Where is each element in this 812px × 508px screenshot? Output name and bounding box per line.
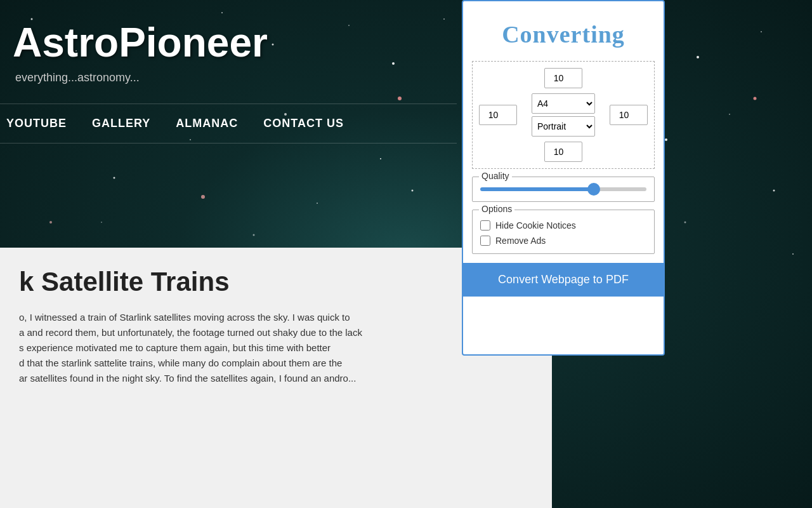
nav-item-contact[interactable]: CONTACT US xyxy=(263,117,344,130)
margin-middle-row: A4 A3 Letter Legal Portrait Landscape xyxy=(479,93,648,137)
svg-point-29 xyxy=(792,253,794,255)
nav-item-gallery[interactable]: GALLERY xyxy=(92,117,150,130)
svg-point-10 xyxy=(697,56,699,58)
svg-point-19 xyxy=(665,138,667,141)
article-title: k Satellite Trains xyxy=(19,267,533,297)
convert-button[interactable]: Convert Webpage to PDF xyxy=(463,263,664,297)
page-size-select[interactable]: A4 A3 Letter Legal xyxy=(532,93,595,114)
margin-bottom-input[interactable] xyxy=(544,142,582,162)
margin-bottom-row xyxy=(479,142,648,162)
options-label: Options xyxy=(479,204,514,214)
main-nav: YOUTUBE GALLERY ALMANAC CONTACT US xyxy=(0,104,457,144)
quality-slider[interactable] xyxy=(480,187,646,191)
margin-controls: A4 A3 Letter Legal Portrait Landscape xyxy=(472,61,655,169)
margin-left-input[interactable] xyxy=(479,105,517,125)
margin-top-row xyxy=(479,68,648,88)
svg-point-11 xyxy=(761,31,762,32)
page-select-group: A4 A3 Letter Legal Portrait Landscape xyxy=(532,93,595,137)
remove-ads-label[interactable]: Remove Ads xyxy=(495,236,546,246)
article-text: o, I witnessed a train of Starlink satel… xyxy=(19,310,533,386)
remove-ads-option: Remove Ads xyxy=(480,236,646,246)
site-subtitle: everything...astronomy... xyxy=(13,71,444,84)
site-title: AstroPioneer xyxy=(13,19,444,66)
hide-cookie-label[interactable]: Hide Cookie Notices xyxy=(495,220,576,231)
remove-ads-checkbox[interactable] xyxy=(480,236,490,246)
site-header: AstroPioneer everything...astronomy... xyxy=(0,0,457,97)
nav-item-almanac[interactable]: ALMANAC xyxy=(176,117,238,130)
svg-point-21 xyxy=(773,190,775,192)
svg-point-20 xyxy=(729,114,730,115)
panel-title: Converting xyxy=(463,1,664,61)
orientation-select[interactable]: Portrait Landscape xyxy=(532,116,595,137)
conversion-panel: Converting A4 A3 Letter Legal Portrait L… xyxy=(462,0,665,356)
hide-cookie-option: Hide Cookie Notices xyxy=(480,220,646,231)
margin-right-input[interactable] xyxy=(610,105,648,125)
nav-item-youtube[interactable]: YOUTUBE xyxy=(6,117,67,130)
options-section: Options Hide Cookie Notices Remove Ads xyxy=(472,210,655,254)
hide-cookie-checkbox[interactable] xyxy=(480,220,490,231)
svg-point-24 xyxy=(754,97,757,100)
quality-section: Quality xyxy=(472,177,655,202)
margin-top-input[interactable] xyxy=(544,68,582,88)
quality-label: Quality xyxy=(479,171,512,181)
svg-point-30 xyxy=(684,222,686,224)
